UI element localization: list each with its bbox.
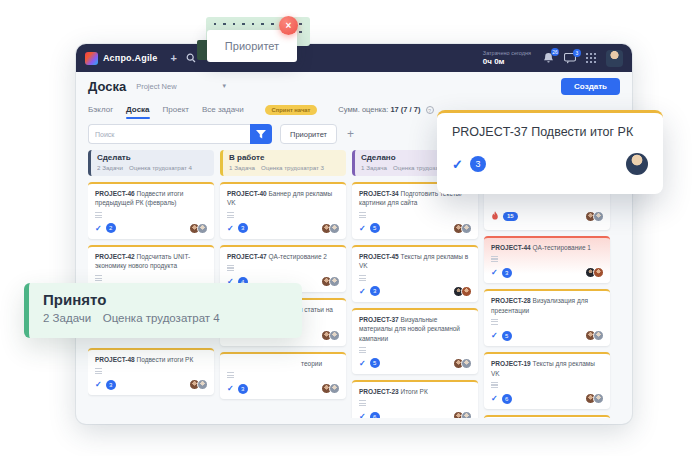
- task-id: PROJECT-34: [359, 190, 401, 197]
- task-title: PROJECT-48 Подвести итоги РК: [95, 355, 208, 364]
- avatar: [593, 211, 604, 222]
- task-points-badge: 3: [502, 268, 512, 278]
- task-footer: 15: [491, 207, 604, 225]
- task-card[interactable]: PROJECT-45 Тексты для рекламы в VK✓3: [352, 245, 478, 302]
- task-id: PROJECT-46: [95, 190, 137, 197]
- task-title: PROJECT-42 Подсчитать UNIT-экономику нов…: [95, 252, 208, 271]
- search-input[interactable]: [88, 124, 250, 144]
- description-icon: [359, 400, 366, 406]
- task-card[interactable]: теории✓3: [220, 352, 346, 399]
- assignee-avatars: [588, 393, 604, 404]
- check-icon: ✓: [95, 380, 102, 389]
- search-icon[interactable]: [186, 53, 196, 63]
- task-card[interactable]: PROJECT-46 Подвести итоги предыдущей РК …: [88, 182, 214, 239]
- task-card[interactable]: PROJECT-40 Баннер для рекламы VK✓3: [220, 182, 346, 239]
- description-icon: [359, 212, 366, 218]
- avatar: [197, 379, 208, 390]
- task-card[interactable]: PROJECT-19 Тексты для рекламы VK✓6: [484, 352, 610, 409]
- avatar: [593, 267, 604, 278]
- description-icon: [359, 347, 366, 353]
- page-header: Доска Project New ▾ Создать: [88, 72, 620, 100]
- create-button[interactable]: Создать: [561, 78, 620, 95]
- column-header: Сделать2 Задачи Оценка трудозатрат 4: [88, 150, 214, 176]
- task-title: PROJECT-28 Визуализация для презентации: [491, 296, 604, 315]
- task-title: PROJECT-23 Итоги РК: [359, 387, 472, 396]
- avatar: [461, 358, 472, 369]
- task-footer: ✓6: [359, 411, 472, 418]
- task-points-badge: 6: [370, 412, 380, 418]
- board-name[interactable]: Project New: [136, 82, 176, 91]
- task-points-badge: 2: [106, 223, 116, 233]
- assignee-avatars: [324, 276, 340, 287]
- tab-all-tasks[interactable]: Все задачи: [202, 100, 244, 119]
- chat-icon[interactable]: 3: [564, 53, 576, 64]
- description-icon: [227, 212, 234, 218]
- chevron-down-icon[interactable]: ▾: [223, 82, 227, 90]
- description-icon: [491, 382, 498, 388]
- task-card[interactable]: PROJECT-37 Визуальные материалы для ново…: [352, 308, 478, 374]
- funnel-icon: [256, 130, 266, 139]
- info-icon[interactable]: ?: [426, 106, 434, 114]
- user-avatar[interactable]: [606, 50, 623, 67]
- avatar: [461, 223, 472, 234]
- tab-project[interactable]: Проект: [163, 100, 189, 119]
- task-title-text: QA-тестирование 2: [269, 253, 327, 260]
- task-status: ✓3: [227, 384, 248, 394]
- assignee-avatars: [456, 223, 472, 234]
- task-title-text: QA-тестирование 1: [533, 244, 591, 251]
- task-title: PROJECT-37 Визуальные материалы для ново…: [359, 315, 472, 343]
- task-points-badge: 3: [470, 156, 486, 172]
- fire-icon: [491, 207, 499, 225]
- tab-board[interactable]: Доска: [126, 100, 149, 119]
- task-points-badge: 3: [370, 286, 380, 296]
- task-status: ✓6: [359, 412, 380, 418]
- check-icon: ✓: [95, 224, 102, 233]
- apps-grid-icon[interactable]: [586, 49, 596, 67]
- task-status: ✓2: [95, 223, 116, 233]
- assignee-avatars: [588, 330, 604, 341]
- task-card[interactable]: PROJECT-48 Подвести итоги РК✓3: [88, 348, 214, 395]
- task-points-badge: 6: [502, 394, 512, 404]
- assignee-avatars: [588, 211, 604, 222]
- task-card-callout[interactable]: PROJECT-37 Подвести итог РК ✓ 3: [437, 110, 663, 194]
- check-icon: ✓: [359, 224, 366, 233]
- add-icon[interactable]: +: [171, 52, 177, 64]
- task-card[interactable]: PROJECT-16 Подвести итоги РК: [484, 415, 610, 418]
- app-logo[interactable]: Аспро.Agile: [85, 52, 158, 65]
- task-card[interactable]: PROJECT-28 Визуализация для презентации✓…: [484, 289, 610, 346]
- task-points-badge: 5: [370, 358, 380, 368]
- avatar: [461, 286, 472, 297]
- task-footer: ✓3: [227, 223, 340, 234]
- filter-button[interactable]: [250, 124, 272, 144]
- assignee-avatars: [192, 379, 208, 390]
- logo-text: Аспро.Agile: [103, 53, 158, 63]
- task-id: PROJECT-48: [95, 356, 137, 363]
- task-card[interactable]: PROJECT-44 QA-тестирование 1✓3: [484, 236, 610, 283]
- task-footer: ✓5: [491, 330, 604, 341]
- priority-filter-chip[interactable]: Приоритет: [280, 124, 337, 144]
- avatar: [329, 223, 340, 234]
- task-title-text: Подвести итоги РК: [137, 356, 194, 363]
- description-icon: [95, 368, 102, 374]
- task-id: PROJECT-23: [359, 388, 401, 395]
- task-id: PROJECT-42: [95, 253, 137, 260]
- add-filter-icon[interactable]: +: [347, 127, 354, 141]
- task-points-badge: 3: [106, 380, 116, 390]
- tab-backlog[interactable]: Бэклог: [88, 100, 113, 119]
- avatar: [329, 276, 340, 287]
- search-box: [88, 124, 272, 144]
- task-status: ✓6: [491, 394, 512, 404]
- task-card[interactable]: PROJECT-23 Итоги РК✓6: [352, 380, 478, 418]
- assignee-avatars: [324, 383, 340, 394]
- task-footer: ✓3: [95, 379, 208, 390]
- task-footer: ✓2: [95, 223, 208, 234]
- close-icon[interactable]: ×: [279, 16, 298, 35]
- assignee-avatars: [192, 223, 208, 234]
- task-id: PROJECT-44: [491, 244, 533, 251]
- task-title: PROJECT-44 QA-тестирование 1: [491, 243, 604, 252]
- priority-tooltip: Приоритет: [207, 30, 297, 62]
- avatar: [461, 411, 472, 418]
- task-id: PROJECT-45: [359, 253, 401, 260]
- notifications-bell-icon[interactable]: 26: [543, 52, 554, 64]
- score-value: 17 (7 / 7): [390, 105, 420, 114]
